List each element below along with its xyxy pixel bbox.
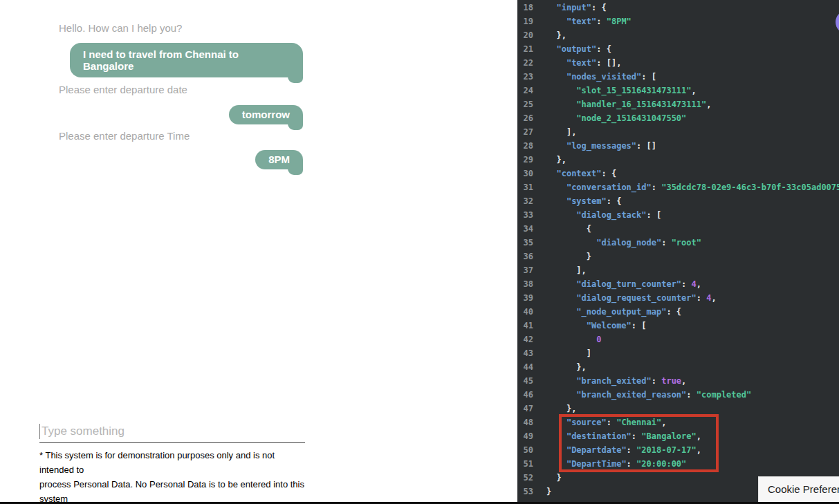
line-number: 24 [517, 84, 533, 97]
line-number: 48 [517, 416, 533, 429]
json-token-p: : [652, 183, 661, 192]
json-token-p: : { [591, 3, 607, 12]
json-token-p: ], [576, 265, 586, 275]
json-token-k: "dialog_stack" [576, 210, 646, 220]
line-number: 23 [517, 70, 533, 84]
disclaimer-line: * This system is for demonstration purpo… [39, 450, 275, 475]
json-token-p: , [697, 279, 701, 289]
json-token-n: 4 [692, 279, 697, 289]
json-token-k: "branch_exited" [576, 376, 651, 386]
json-token-p: : { [666, 307, 681, 317]
disclaimer-line: process Personal Data. No Personal Data … [39, 479, 304, 504]
json-token-p: : { [596, 44, 611, 54]
code-line: 39 "dialog_request_counter": 4, [517, 291, 839, 305]
line-number: 42 [517, 333, 533, 346]
code-line: 43 ] [517, 346, 839, 360]
json-token-p: : [ [647, 210, 662, 220]
line-number: 30 [517, 167, 533, 180]
user-message-bubble: tomorrow [229, 105, 303, 124]
line-number: 20 [517, 28, 533, 42]
code-line: 36 } [517, 250, 839, 263]
json-token-s: "35dcdc78-02e9-46c3-b70f-33c05ad0075 [661, 183, 839, 192]
code-line: 18 "input": { [517, 1, 839, 15]
json-token-p: }, [556, 30, 566, 40]
code-line: 33 "dialog_stack": [ [517, 208, 839, 222]
json-token-p: : { [601, 169, 616, 178]
line-number: 21 [517, 42, 533, 56]
line-number: 32 [517, 194, 533, 208]
line-number: 26 [517, 111, 533, 125]
json-token-p: , [706, 100, 711, 109]
line-number: 19 [517, 15, 533, 28]
json-token-p: : [686, 390, 696, 400]
line-number: 29 [517, 153, 533, 167]
json-token-n: true [661, 376, 681, 386]
json-token-p: }, [566, 404, 576, 413]
json-token-k: "Welcome" [587, 321, 631, 330]
line-number: 39 [517, 291, 533, 305]
code-line: 46 "branch_exited_reason": "completed" [517, 388, 839, 402]
line-number: 53 [517, 485, 533, 498]
line-number: 45 [517, 374, 533, 388]
json-token-p: : [697, 293, 706, 303]
json-token-k: "output" [556, 44, 596, 54]
code-line: 28 "log_messages": [] [517, 139, 839, 153]
json-token-k: "_node_output_map" [576, 307, 666, 317]
json-token-k: "context" [556, 169, 601, 178]
json-token-k: "dialog_turn_counter" [576, 279, 681, 289]
line-number: 31 [517, 180, 533, 194]
json-token-k: "text" [566, 17, 596, 26]
line-number: 47 [517, 402, 533, 416]
line-number: 41 [517, 319, 533, 333]
json-token-k: "nodes_visited" [566, 72, 641, 82]
code-line: 20 }, [517, 28, 839, 42]
json-token-s: "handler_16_1516431473111" [576, 100, 706, 109]
line-number: 40 [517, 305, 533, 319]
line-number: 37 [517, 263, 533, 277]
code-line: 45 "branch_exited": true, [517, 374, 839, 388]
code-line: 21 "output": { [517, 42, 839, 56]
json-token-k: "input" [556, 3, 591, 12]
text-caret [39, 424, 40, 439]
json-token-p: : [661, 238, 671, 248]
json-token-p: ] [587, 348, 591, 358]
code-line: 34 { [517, 222, 839, 236]
json-token-p: }, [576, 362, 586, 372]
line-number: 25 [517, 97, 533, 111]
line-number: 36 [517, 250, 533, 263]
code-line: 44 }, [517, 360, 839, 374]
line-number: 38 [517, 277, 533, 291]
code-line: 32 "system": { [517, 194, 839, 208]
code-line: 25 "handler_16_1516431473111", [517, 97, 839, 111]
json-token-s: "8PM" [607, 17, 631, 26]
json-token-p: } [546, 487, 551, 496]
chat-input[interactable] [39, 420, 305, 442]
line-number: 49 [517, 429, 533, 443]
screen: Hello. How can I help you?I need to trav… [0, 0, 839, 504]
user-message-bubble: 8PM [255, 150, 303, 169]
code-line: 22 "text": [], [517, 56, 839, 70]
cookie-preferences-button[interactable]: Cookie Preferences [758, 476, 839, 502]
bot-message: Please enter departure date [59, 84, 187, 95]
line-number: 50 [517, 443, 533, 457]
code-line: 40 "_node_output_map": { [517, 305, 839, 319]
json-token-s: "slot_15_1516431473111" [576, 86, 691, 95]
code-line: 27 ], [517, 125, 839, 139]
json-token-p: : [652, 376, 661, 386]
code-line: 41 "Welcome": [ [517, 319, 839, 333]
code-line: 24 "slot_15_1516431473111", [517, 84, 839, 97]
code-line: 42 0 [517, 333, 839, 346]
json-token-n: 0 [596, 335, 601, 344]
code-line: 47 }, [517, 402, 839, 416]
line-number: 46 [517, 388, 533, 402]
json-token-p: , [692, 86, 697, 95]
line-number: 35 [517, 236, 533, 250]
chat-input-field [39, 420, 305, 443]
code-line: 26 "node_2_1516431047550" [517, 111, 839, 125]
line-number: 33 [517, 208, 533, 222]
code-line: 23 "nodes_visited": [ [517, 70, 839, 84]
highlight-box [559, 414, 719, 472]
json-token-p: : [], [596, 58, 621, 68]
code-line: 38 "dialog_turn_counter": 4, [517, 277, 839, 291]
json-response-panel: 18 "input": {19 "text": "8PM"20 },21 "ou… [517, 0, 839, 504]
